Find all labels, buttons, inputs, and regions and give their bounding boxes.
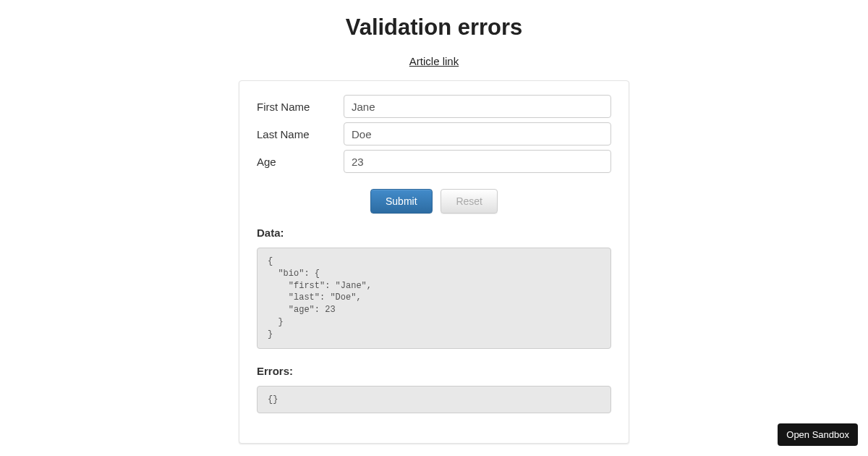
age-label: Age: [257, 156, 344, 168]
form-row-age: Age: [257, 150, 611, 173]
errors-heading: Errors:: [257, 365, 611, 377]
article-link[interactable]: Article link: [409, 55, 459, 67]
submit-button[interactable]: Submit: [370, 189, 433, 214]
errors-json-block: {}: [257, 386, 611, 414]
button-row: Submit Reset: [257, 189, 611, 214]
last-name-label: Last Name: [257, 128, 344, 140]
open-sandbox-button[interactable]: Open Sandbox: [778, 423, 858, 446]
page-title: Validation errors: [239, 14, 629, 41]
last-name-input[interactable]: [344, 122, 611, 145]
first-name-input[interactable]: [344, 95, 611, 118]
form-row-last-name: Last Name: [257, 122, 611, 145]
first-name-label: First Name: [257, 101, 344, 113]
reset-button[interactable]: Reset: [441, 189, 498, 214]
data-heading: Data:: [257, 227, 611, 239]
form-panel: First Name Last Name Age Submit Reset Da…: [239, 80, 629, 444]
form-row-first-name: First Name: [257, 95, 611, 118]
age-input[interactable]: [344, 150, 611, 173]
data-json-block: { "bio": { "first": "Jane", "last": "Doe…: [257, 248, 611, 349]
